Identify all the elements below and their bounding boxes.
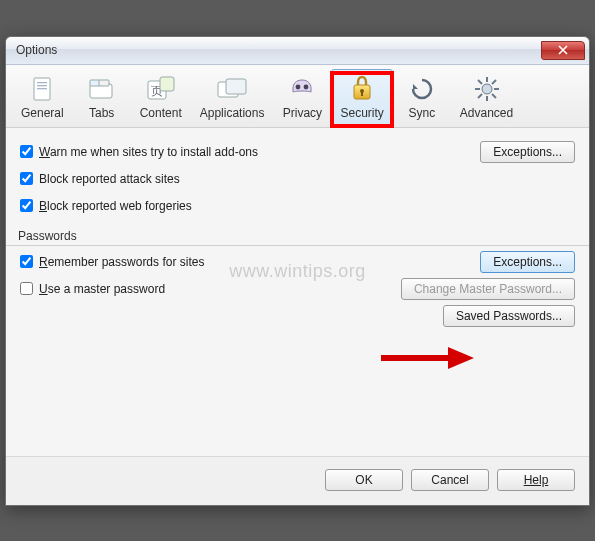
- tab-label: Security: [340, 106, 383, 120]
- svg-rect-6: [99, 80, 109, 86]
- tab-label: Privacy: [283, 106, 322, 120]
- tab-label: Sync: [408, 106, 435, 120]
- general-icon: [25, 74, 59, 104]
- options-window: Options General Tabs 页 Content Applicati…: [5, 36, 590, 506]
- svg-line-22: [478, 80, 482, 84]
- tab-label: Advanced: [460, 106, 513, 120]
- warn-addons-checkbox[interactable]: Warn me when sites try to install add-on…: [20, 145, 258, 159]
- dialog-footer: OK Cancel Help: [6, 456, 589, 505]
- tab-sync[interactable]: Sync: [393, 69, 451, 127]
- advanced-icon: [470, 74, 504, 104]
- svg-point-12: [296, 84, 301, 89]
- content-icon: 页: [144, 74, 178, 104]
- tab-label: Applications: [200, 106, 265, 120]
- svg-point-13: [304, 84, 309, 89]
- tab-label: Tabs: [89, 106, 114, 120]
- tab-privacy[interactable]: Privacy: [273, 69, 331, 127]
- close-icon: [558, 45, 568, 55]
- svg-line-25: [478, 94, 482, 98]
- svg-line-23: [492, 94, 496, 98]
- svg-rect-9: [160, 77, 174, 91]
- change-master-password-button: Change Master Password...: [401, 278, 575, 300]
- remember-passwords-label: Remember passwords for sites: [39, 255, 204, 269]
- exceptions-passwords-button[interactable]: Exceptions...: [480, 251, 575, 273]
- tab-advanced[interactable]: Advanced: [451, 69, 522, 127]
- tab-general[interactable]: General: [12, 69, 73, 127]
- master-password-label: Use a master password: [39, 282, 165, 296]
- remember-passwords-checkbox[interactable]: Remember passwords for sites: [20, 255, 204, 269]
- security-content: Warn me when sites try to install add-on…: [6, 128, 589, 456]
- block-attack-label: Block reported attack sites: [39, 172, 180, 186]
- cancel-button[interactable]: Cancel: [411, 469, 489, 491]
- svg-rect-1: [37, 82, 47, 83]
- svg-rect-3: [37, 88, 47, 89]
- warn-addons-label: Warn me when sites try to install add-on…: [39, 145, 258, 159]
- window-title: Options: [16, 43, 541, 57]
- svg-rect-16: [361, 92, 363, 96]
- close-button[interactable]: [541, 41, 585, 60]
- applications-icon: [215, 74, 249, 104]
- svg-rect-11: [226, 79, 246, 94]
- passwords-heading: Passwords: [18, 229, 575, 243]
- remember-passwords-input[interactable]: [20, 255, 33, 268]
- help-button[interactable]: Help: [497, 469, 575, 491]
- security-icon: [345, 74, 379, 104]
- svg-rect-2: [37, 85, 47, 86]
- block-forgeries-label: Block reported web forgeries: [39, 199, 192, 213]
- tab-applications[interactable]: Applications: [191, 69, 274, 127]
- tab-label: Content: [140, 106, 182, 120]
- tab-content[interactable]: 页 Content: [131, 69, 191, 127]
- block-attack-input[interactable]: [20, 172, 33, 185]
- saved-passwords-button[interactable]: Saved Passwords...: [443, 305, 575, 327]
- toolbar: General Tabs 页 Content Applications Priv…: [6, 65, 589, 128]
- block-attack-checkbox[interactable]: Block reported attack sites: [20, 172, 180, 186]
- tab-tabs[interactable]: Tabs: [73, 69, 131, 127]
- tab-label: General: [21, 106, 64, 120]
- tab-security[interactable]: Security: [331, 69, 392, 127]
- block-forgeries-checkbox[interactable]: Block reported web forgeries: [20, 199, 192, 213]
- tabs-icon: [85, 74, 119, 104]
- divider: [6, 245, 589, 246]
- sync-icon: [405, 74, 439, 104]
- svg-point-17: [482, 84, 492, 94]
- titlebar: Options: [6, 37, 589, 65]
- ok-button[interactable]: OK: [325, 469, 403, 491]
- master-password-checkbox[interactable]: Use a master password: [20, 282, 165, 296]
- help-label: Help: [524, 473, 549, 487]
- svg-line-24: [492, 80, 496, 84]
- master-password-input[interactable]: [20, 282, 33, 295]
- warn-addons-input[interactable]: [20, 145, 33, 158]
- block-forgeries-input[interactable]: [20, 199, 33, 212]
- exceptions-addons-button[interactable]: Exceptions...: [480, 141, 575, 163]
- privacy-icon: [285, 74, 319, 104]
